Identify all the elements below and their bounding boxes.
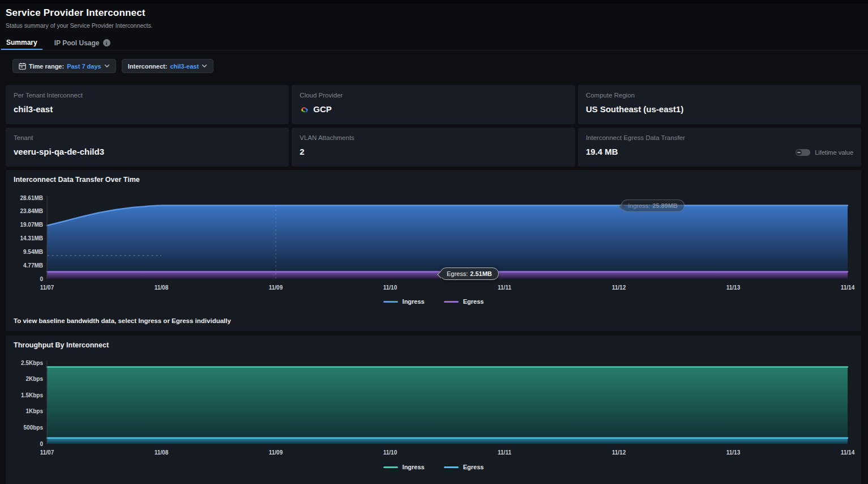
gcp-logo-icon — [300, 105, 309, 113]
chart-legend: Ingress Egress — [6, 462, 861, 472]
chevron-down-icon — [202, 64, 207, 68]
y-axis-tick-label: 1.5Kbps — [21, 392, 43, 398]
card-label: Cloud Provider — [300, 92, 567, 99]
ingress-line-swatch — [383, 301, 398, 303]
ingress-line-swatch — [383, 466, 398, 468]
time-range-prefix: Time range: — [29, 63, 64, 70]
throughput-chart[interactable]: 2.5Kbps2Kbps1.5Kbps1Kbps500bps011/0711/0… — [6, 356, 861, 458]
x-axis-tick-label: 11/08 — [155, 285, 169, 291]
card-value: 2 — [300, 147, 304, 156]
x-axis-tick-label: 11/11 — [498, 285, 511, 291]
x-axis-tick-label: 11/14 — [841, 449, 855, 456]
card-label: VLAN Attachments — [300, 134, 567, 141]
y-axis-tick-label: 23.84MB — [20, 208, 43, 214]
card-value: US Southeast (us-east1) — [586, 104, 684, 114]
egress-line-swatch — [444, 301, 459, 303]
calendar-icon — [19, 62, 26, 70]
tooltip-label: Egress: — [447, 270, 468, 277]
tooltip-value: 25.89MB — [652, 202, 678, 209]
x-axis-tick-label: 11/11 — [498, 449, 511, 456]
data-transfer-chart[interactable]: 28.61MB23.84MB19.07MB14.31MB9.54MB4.77MB… — [6, 190, 861, 292]
cloud-provider-name: GCP — [313, 104, 332, 114]
egress-area — [47, 438, 848, 444]
page-title: Service Provider Interconnect — [6, 7, 146, 19]
x-axis-tick-label: 11/14 — [841, 285, 855, 291]
page-subtitle: Status summary of your Service Provider … — [6, 22, 153, 29]
tab-ip-pool-usage-label: IP Pool Usage — [54, 39, 100, 47]
y-axis-tick-label: 14.31MB — [20, 235, 43, 241]
card-value: 19.4 MB — [586, 147, 618, 156]
card-label: Interconnect Egress Data Transfer — [586, 134, 853, 141]
card-compute-region: Compute Region US Southeast (us-east1) — [578, 85, 861, 124]
egress-line-swatch — [444, 466, 459, 468]
ingress-area — [47, 367, 848, 444]
time-range-value: Past 7 days — [67, 63, 101, 70]
lifetime-value-toggle[interactable] — [796, 149, 810, 156]
y-axis-tick-label: 0 — [40, 441, 43, 447]
page-header: Service Provider Interconnect Status sum… — [0, 4, 868, 36]
card-value: chil3-east — [14, 104, 53, 114]
egress-tooltip: Egress: 2.51MB — [440, 268, 499, 280]
y-axis-tick-label: 0 — [40, 276, 43, 282]
x-axis-tick-label: 11/07 — [40, 449, 54, 456]
y-axis-tick-label: 4.77MB — [23, 262, 43, 269]
x-axis-tick-label: 11/07 — [40, 285, 54, 291]
y-axis-tick-label: 19.07MB — [20, 222, 43, 228]
x-axis-tick-label: 11/10 — [383, 449, 397, 456]
tab-bar: Summary IP Pool Usage i — [0, 36, 868, 50]
tab-summary[interactable]: Summary — [1, 36, 42, 50]
card-label: Per Tenant Interconnect — [14, 92, 281, 99]
x-axis-tick-label: 11/09 — [269, 449, 283, 456]
x-axis-tick-label: 11/12 — [612, 449, 626, 456]
toggle-knob — [796, 150, 802, 155]
card-cloud-provider: Cloud Provider GCP — [292, 85, 575, 124]
x-axis-tick-label: 11/08 — [155, 449, 169, 456]
card-vlan-attachments: VLAN Attachments 2 — [292, 128, 575, 167]
legend-label: Ingress — [403, 298, 425, 305]
tooltip-value: 2.51MB — [470, 270, 492, 277]
stat-cards: Per Tenant Interconnect chil3-east Cloud… — [6, 85, 861, 167]
chart-title: Throughput By Interconnect — [14, 341, 109, 349]
interconnect-filter[interactable]: Interconnect: chil3-east — [122, 59, 213, 73]
card-value: veeru-spi-qa-de-child3 — [14, 147, 104, 156]
legend-ingress[interactable]: Ingress — [383, 464, 425, 470]
card-per-tenant-interconnect: Per Tenant Interconnect chil3-east — [6, 85, 289, 124]
x-axis-tick-label: 11/09 — [269, 285, 283, 291]
x-axis-tick-label: 11/13 — [726, 449, 741, 456]
y-axis-tick-label: 2.5Kbps — [21, 360, 43, 366]
y-axis-tick-label: 500bps — [24, 424, 44, 431]
card-egress-data-transfer: Interconnect Egress Data Transfer 19.4 M… — [578, 128, 861, 167]
legend-egress[interactable]: Egress — [444, 464, 484, 470]
throughput-chart-panel: Throughput By Interconnect 2.5Kbps2Kbps1… — [6, 336, 861, 484]
legend-label: Ingress — [403, 464, 425, 470]
tab-ip-pool-usage[interactable]: IP Pool Usage i — [49, 36, 116, 50]
interconnect-value: chil3-east — [170, 63, 199, 70]
y-axis-tick-label: 28.61MB — [20, 195, 43, 201]
y-axis-tick-label: 1Kbps — [25, 408, 43, 414]
data-transfer-chart-panel: Interconnect Data Transfer Over Time 28.… — [6, 170, 861, 331]
filter-bar: Time range: Past 7 days Interconnect: ch… — [12, 59, 213, 73]
legend-label: Egress — [463, 464, 484, 470]
time-range-filter[interactable]: Time range: Past 7 days — [12, 59, 116, 73]
interconnect-prefix: Interconnect: — [128, 63, 168, 70]
x-axis-tick-label: 11/13 — [726, 285, 741, 291]
lifetime-toggle-label: Lifetime value — [815, 149, 853, 156]
legend-ingress[interactable]: Ingress — [383, 298, 425, 305]
chevron-down-icon — [104, 64, 110, 68]
x-axis-tick-label: 11/10 — [383, 285, 397, 291]
baseline-note: To view baseline bandwidth data, select … — [14, 317, 231, 324]
legend-label: Egress — [463, 298, 484, 305]
x-axis-tick-label: 11/12 — [612, 285, 626, 291]
tooltip-label: Ingress: — [628, 202, 650, 209]
card-value: GCP — [300, 104, 332, 114]
y-axis-tick-label: 9.54MB — [23, 249, 43, 255]
lifetime-toggle-group: Lifetime value — [796, 149, 853, 156]
card-label: Compute Region — [586, 92, 853, 99]
card-tenant: Tenant veeru-spi-qa-de-child3 — [6, 128, 289, 167]
ingress-tooltip: Ingress: 25.89MB — [621, 199, 685, 212]
y-axis-tick-label: 2Kbps — [25, 376, 43, 382]
card-label: Tenant — [14, 134, 281, 141]
legend-egress[interactable]: Egress — [444, 298, 484, 305]
info-icon[interactable]: i — [103, 39, 110, 46]
top-strip — [0, 0, 868, 4]
